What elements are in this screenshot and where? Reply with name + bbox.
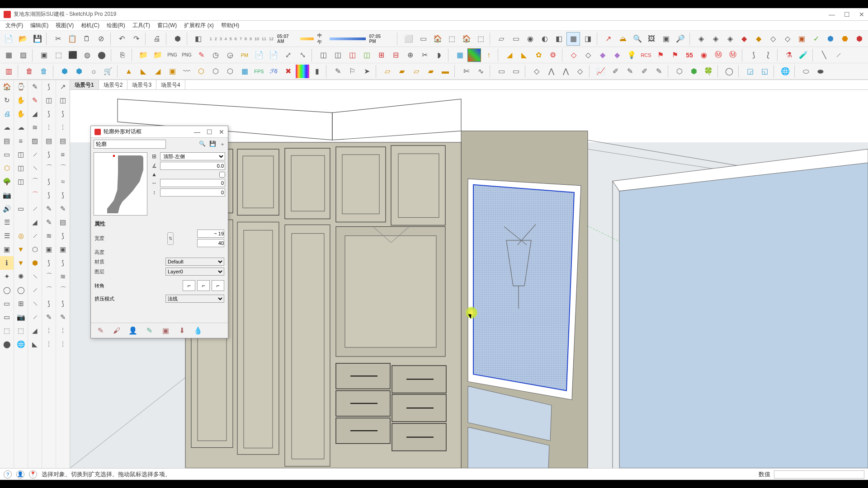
- lt-e9-icon[interactable]: ⟆: [56, 188, 70, 202]
- foot-dropper-icon[interactable]: 💧: [192, 325, 204, 336]
- bulb-icon[interactable]: 💡: [625, 48, 638, 62]
- flag-a-icon[interactable]: ⚑: [654, 48, 667, 62]
- ellipse-b-icon[interactable]: ⬬: [814, 65, 827, 78]
- parallelogram-d-icon[interactable]: ▰: [424, 65, 438, 78]
- style-texture-icon[interactable]: ◧: [552, 32, 566, 46]
- lt-e3-icon[interactable]: ⟆: [56, 107, 70, 121]
- style-hidden-icon[interactable]: ◉: [524, 32, 537, 46]
- lt-flag2-icon[interactable]: ▼: [14, 256, 28, 270]
- scene-tab-1[interactable]: 场景号1: [70, 80, 99, 89]
- lt-d2-icon[interactable]: ◫: [42, 94, 56, 107]
- open-file-icon[interactable]: 📂: [16, 32, 30, 46]
- plugin-i-icon[interactable]: ✓: [810, 32, 823, 46]
- lt-star-icon[interactable]: ✦: [0, 270, 14, 283]
- lt-c2-icon[interactable]: ✎: [28, 94, 42, 107]
- layer-a-icon[interactable]: ◢: [503, 48, 516, 62]
- up-arrow-icon[interactable]: ↑: [482, 48, 495, 62]
- pencil2-icon[interactable]: ✎: [331, 65, 344, 78]
- lt-rect-icon[interactable]: ▭: [0, 148, 14, 161]
- lt-ring2-icon[interactable]: ◯: [14, 283, 28, 297]
- peak-b-icon[interactable]: ⋀: [559, 65, 572, 78]
- color-swatch-icon[interactable]: [467, 48, 481, 62]
- window-minimize-button[interactable]: —: [829, 11, 835, 18]
- mirror-b-icon[interactable]: ◣: [137, 65, 150, 78]
- dialog-close-button[interactable]: ✕: [219, 128, 224, 136]
- lt-e4-icon[interactable]: ⵂ: [56, 121, 70, 134]
- lt-light-icon[interactable]: ✺: [14, 270, 28, 283]
- lt-e7-icon[interactable]: ⌒: [56, 161, 70, 175]
- lt-d6-icon[interactable]: ⟆: [42, 148, 56, 161]
- grid-icon[interactable]: ⊞: [150, 153, 158, 160]
- hex-c-icon[interactable]: ⬡: [223, 65, 237, 78]
- flag2-icon[interactable]: ⚐: [345, 65, 359, 78]
- dialog-maximize-button[interactable]: ☐: [207, 128, 212, 136]
- scene-tab-4[interactable]: 场景号4: [156, 80, 185, 89]
- line-tool-icon[interactable]: ╲: [817, 48, 831, 62]
- gem-d-icon[interactable]: ◆: [610, 48, 624, 62]
- plugin-e-icon[interactable]: ◆: [752, 32, 765, 46]
- lt-e20-icon[interactable]: ⵂ: [56, 338, 70, 351]
- clock-a-icon[interactable]: ◷: [209, 48, 222, 62]
- delete-icon[interactable]: ⊘: [94, 32, 108, 46]
- hex-a-icon[interactable]: ⬡: [194, 65, 208, 78]
- plugin-h-icon[interactable]: ▣: [795, 32, 809, 46]
- shield-b-icon[interactable]: ⬢: [687, 65, 701, 78]
- foot-brush-icon[interactable]: 🖌: [111, 325, 123, 336]
- lt-layer-icon[interactable]: ≡: [14, 134, 28, 148]
- lt-e13-icon[interactable]: ▣: [56, 243, 70, 256]
- lt-orbit-icon[interactable]: ↻: [0, 94, 14, 107]
- box-c-icon[interactable]: ⬛: [66, 48, 80, 62]
- hex-b-icon[interactable]: ⬡: [209, 65, 222, 78]
- window-maximize-button[interactable]: ☐: [844, 11, 850, 18]
- lt-d13-icon[interactable]: ▣: [42, 243, 56, 256]
- lt-c6-icon[interactable]: ⟋: [28, 148, 42, 161]
- lt-c12-icon[interactable]: ⟋: [28, 229, 42, 243]
- mirror-a-icon[interactable]: ▲: [122, 65, 136, 78]
- status-geo-icon[interactable]: 📍: [29, 470, 37, 479]
- lt-e14-icon[interactable]: ⟆: [56, 256, 70, 270]
- corner-type-c-button[interactable]: ⌐: [212, 280, 224, 291]
- edit-a-icon[interactable]: ✐: [609, 65, 622, 78]
- menu-view[interactable]: 视图(V): [53, 21, 76, 30]
- undo-icon[interactable]: ↶: [115, 32, 129, 46]
- new-file-icon[interactable]: 📄: [2, 32, 15, 46]
- plugin-b-icon[interactable]: ◈: [709, 32, 722, 46]
- model-info-icon[interactable]: ⬢: [171, 32, 184, 46]
- lt-blank3-icon[interactable]: [14, 216, 28, 229]
- lt-d11-icon[interactable]: ✎: [42, 216, 56, 229]
- extension-search-icon[interactable]: 🔍: [631, 32, 644, 46]
- lt-camera-icon[interactable]: 📷: [0, 188, 14, 202]
- add-profile-icon[interactable]: ＋: [220, 141, 225, 148]
- foot-pencil-icon[interactable]: ✎: [94, 325, 106, 336]
- protractor-icon[interactable]: ◗: [432, 48, 446, 62]
- foot-pin-icon[interactable]: ⬇: [176, 325, 188, 336]
- lt-blank2-icon[interactable]: ▭: [14, 202, 28, 216]
- cart-icon[interactable]: 🛒: [101, 65, 115, 78]
- lt-d1-icon[interactable]: ⟆: [42, 80, 56, 94]
- rotation-input[interactable]: [160, 162, 225, 170]
- globe-icon[interactable]: 🌐: [778, 65, 792, 78]
- top-view-icon[interactable]: ▭: [416, 32, 430, 46]
- mirror-d-icon[interactable]: ▣: [165, 65, 179, 78]
- lt-c10-icon[interactable]: ⟋: [28, 202, 42, 216]
- lt-sound-icon[interactable]: 🔊: [0, 202, 14, 216]
- lt-d16-icon[interactable]: ⌒: [42, 283, 56, 297]
- mirror-c-icon[interactable]: ◢: [151, 65, 165, 78]
- copy-icon[interactable]: 📋: [66, 32, 79, 46]
- foot-frame-icon[interactable]: ▣: [160, 325, 171, 336]
- iso-view-icon[interactable]: ⬜: [402, 32, 415, 46]
- style-shaded-icon[interactable]: ◐: [538, 32, 552, 46]
- link-dims-icon[interactable]: ⇅: [167, 232, 174, 245]
- redo-icon[interactable]: ↷: [130, 32, 143, 46]
- status-info-icon[interactable]: ?: [4, 470, 12, 479]
- lt-d18-icon[interactable]: ✎: [42, 310, 56, 324]
- lt-c11-icon[interactable]: ◢: [28, 216, 42, 229]
- snake-icon[interactable]: ∿: [474, 65, 487, 78]
- menu-help[interactable]: 帮助(H): [218, 21, 242, 30]
- lt-win-icon[interactable]: ◫: [14, 148, 28, 161]
- material-select[interactable]: Default: [165, 258, 224, 266]
- brick-icon[interactable]: ▦: [238, 65, 251, 78]
- lt-c3-icon[interactable]: ◢: [28, 107, 42, 121]
- shadow-settings-icon[interactable]: ◧: [192, 32, 205, 46]
- lt-c7-icon[interactable]: ⟍: [28, 161, 42, 175]
